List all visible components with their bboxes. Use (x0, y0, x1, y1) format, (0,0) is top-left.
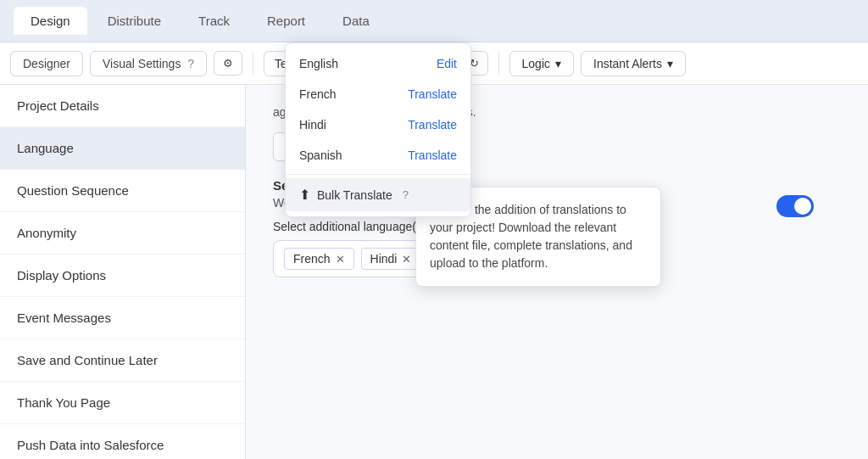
lang-tag-french[interactable]: French ✕ (284, 248, 354, 270)
settings-gear-button[interactable]: ⚙ (214, 51, 242, 76)
tab-track[interactable]: Track (181, 7, 247, 35)
bulk-translate-help-icon: ? (403, 188, 409, 201)
dropdown-action-hindi[interactable]: Translate (408, 118, 457, 132)
logic-label: Logic (522, 57, 550, 70)
lang-tag-french-label: French (293, 252, 331, 266)
tab-data[interactable]: Data (326, 7, 387, 35)
lang-tag-hindi[interactable]: Hindi ✕ (361, 248, 421, 270)
sidebar-item-question-sequence[interactable]: Question Sequence (0, 170, 245, 212)
dropdown-item-spanish[interactable]: Spanish Translate (286, 140, 470, 171)
instant-alerts-label: Instant Alerts (593, 57, 662, 70)
visual-settings-label: Visual Settings (103, 57, 181, 70)
sidebar-item-project-details[interactable]: Project Details (0, 85, 245, 127)
sidebar-item-save-continue-later[interactable]: Save and Continue Later (0, 339, 245, 382)
dropdown-lang-french: French (299, 87, 337, 101)
instant-alerts-button[interactable]: Instant Alerts ▾ (581, 51, 686, 76)
lang-tag-french-remove[interactable]: ✕ (336, 253, 345, 266)
lang-tag-hindi-label: Hindi (370, 252, 398, 266)
toolbar-separator-1 (253, 52, 253, 76)
dropdown-action-french[interactable]: Translate (408, 87, 457, 101)
tab-distribute[interactable]: Distribute (91, 7, 178, 35)
tab-report[interactable]: Report (250, 7, 322, 35)
top-nav: Design Distribute Track Report Data (0, 0, 868, 42)
dropdown-action-english[interactable]: Edit (437, 57, 457, 70)
logic-chevron-icon: ▾ (555, 57, 561, 70)
tab-design[interactable]: Design (14, 7, 87, 35)
dropdown-item-hindi[interactable]: Hindi Translate (286, 109, 470, 140)
dropdown-lang-hindi: Hindi (299, 118, 326, 132)
logic-button[interactable]: Logic ▾ (509, 51, 574, 76)
visual-settings-button[interactable]: Visual Settings ? (90, 51, 207, 76)
sidebar-item-language[interactable]: Language (0, 127, 245, 170)
bulk-translate-button[interactable]: ⬆ Bulk Translate ? (286, 178, 470, 211)
dropdown-action-spanish[interactable]: Translate (408, 148, 457, 162)
dropdown-divider (286, 174, 470, 175)
dropdown-item-english[interactable]: English Edit (286, 48, 470, 79)
dropdown-lang-spanish: Spanish (299, 148, 342, 162)
instant-alerts-chevron-icon: ▾ (667, 57, 673, 70)
sidebar: Project Details Language Question Sequen… (0, 85, 246, 459)
upload-icon: ⬆ (299, 187, 310, 203)
designer-button[interactable]: Designer (10, 51, 83, 76)
sidebar-item-event-messages[interactable]: Event Messages (0, 297, 245, 339)
sidebar-item-anonymity[interactable]: Anonymity (0, 212, 245, 255)
secondary-language-toggle[interactable] (776, 195, 814, 217)
dropdown-item-french[interactable]: French Translate (286, 79, 470, 109)
dropdown-menu: English Edit French Translate Hindi Tran… (285, 42, 471, 217)
gear-icon: ⚙ (223, 57, 233, 70)
question-mark-icon: ? (187, 57, 194, 70)
dropdown-lang-english: English (299, 57, 338, 70)
sidebar-item-display-options[interactable]: Display Options (0, 255, 245, 297)
text-translations-dropdown: English Edit French Translate Hindi Tran… (285, 42, 471, 217)
bulk-translate-label: Bulk Translate (317, 188, 392, 202)
toolbar-separator-2 (498, 52, 499, 76)
sidebar-item-push-data-salesforce[interactable]: Push Data into Salesforce (0, 424, 245, 459)
toggle-circle (794, 198, 811, 215)
sidebar-item-thank-you-page[interactable]: Thank You Page (0, 382, 245, 424)
lang-tag-hindi-remove[interactable]: ✕ (402, 253, 411, 266)
